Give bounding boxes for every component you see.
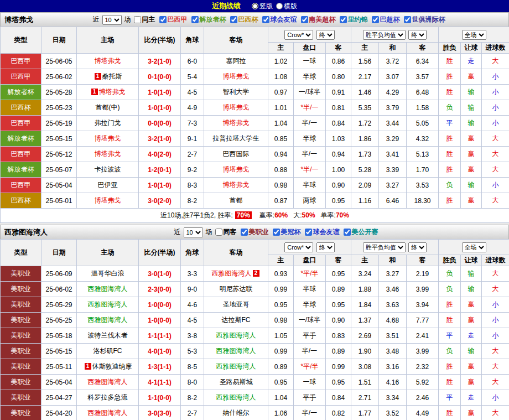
score-cell[interactable]: 3-2(1-0) xyxy=(139,131,181,147)
scope-select[interactable]: 全场 xyxy=(462,30,486,40)
away-team-cell[interactable]: 纳什维尔 xyxy=(204,406,268,420)
away-team-cell[interactable]: 圣路易斯城 xyxy=(204,375,268,390)
filter-checkbox-input[interactable] xyxy=(262,16,269,23)
layout-radio-vertical[interactable] xyxy=(252,3,258,9)
home-team-cell[interactable]: 博塔弗戈 xyxy=(77,131,139,147)
score-cell[interactable]: 2-3(0-0) xyxy=(139,282,181,297)
away-team-cell[interactable]: 西雅图海湾人 xyxy=(204,344,268,359)
filter-checkbox[interactable]: 巴西杯 xyxy=(230,15,258,24)
away-team-cell[interactable]: 西雅图海湾人2 xyxy=(204,266,268,282)
home-team-cell[interactable]: 1休斯敦迪纳摩 xyxy=(77,359,139,375)
score-cell[interactable]: 3-0(2-0) xyxy=(139,193,181,209)
filter-checkbox-input[interactable] xyxy=(215,229,222,236)
layout-radio-horizontal[interactable] xyxy=(276,3,283,9)
scope-select[interactable]: 全场 xyxy=(462,242,486,252)
away-team-cell[interactable]: 西雅图海湾人 xyxy=(204,328,268,344)
away-team-cell[interactable]: 西雅图海湾人 xyxy=(204,359,268,375)
score-cell[interactable]: 1-0(0-0) xyxy=(139,297,181,313)
away-team-cell[interactable]: 首都 xyxy=(204,193,268,209)
score-cell[interactable]: 4-0(1-0) xyxy=(139,344,181,359)
filter-checkbox-input[interactable] xyxy=(344,229,351,236)
match-count-select[interactable]: 10 xyxy=(102,15,122,25)
score-cell[interactable]: 1-1(0-0) xyxy=(139,390,181,406)
filter-checkbox[interactable]: 美冠杯 xyxy=(273,227,301,237)
filter-checkbox[interactable]: 巴西甲 xyxy=(159,15,188,24)
filter-checkbox[interactable]: 同主 xyxy=(134,15,155,24)
score-cell[interactable]: 1-0(1-0) xyxy=(139,178,181,193)
away-team-cell[interactable]: 博塔弗戈 xyxy=(204,100,268,116)
home-team-cell[interactable]: 西雅图海湾人 xyxy=(77,375,139,390)
home-team-cell[interactable]: 首都(中) xyxy=(77,100,139,116)
home-team-cell[interactable]: 博塔弗戈 xyxy=(77,147,139,162)
odds-company-select[interactable]: Crow* xyxy=(284,30,313,40)
away-team-cell[interactable]: 博塔弗戈 xyxy=(204,178,268,193)
filter-checkbox-input[interactable] xyxy=(191,16,199,23)
odds-stage-select[interactable]: 终 xyxy=(316,30,335,40)
away-team-cell[interactable]: 博塔弗戈 xyxy=(204,162,268,178)
away-team-cell[interactable]: 明尼苏达联 xyxy=(204,282,268,297)
score-cell[interactable]: 4-1(1-1) xyxy=(139,375,181,390)
odds-stage-select[interactable]: 终 xyxy=(316,242,335,252)
score-cell[interactable]: 1-3(1-1) xyxy=(139,359,181,375)
home-team-cell[interactable]: 弗拉门戈 xyxy=(77,116,139,131)
away-team-cell[interactable]: 博塔弗戈 xyxy=(204,116,268,131)
away-team-cell[interactable]: 拉普拉塔大学生 xyxy=(204,131,268,147)
filter-checkbox-input[interactable] xyxy=(134,16,141,23)
home-team-cell[interactable]: 博塔弗戈 xyxy=(77,193,139,209)
layout-option-vertical[interactable]: 竖版 xyxy=(252,2,273,11)
home-team-cell[interactable]: 1博塔弗戈 xyxy=(77,85,139,100)
score-cell[interactable]: 3-0(3-0) xyxy=(139,406,181,420)
home-team-cell[interactable]: 西雅图海湾人 xyxy=(77,282,139,297)
filter-checkbox-input[interactable] xyxy=(301,16,308,23)
match-count-select[interactable]: 10 xyxy=(184,227,203,237)
filter-checkbox[interactable]: 解放者杯 xyxy=(191,15,226,24)
home-team-cell[interactable]: 西雅图海湾人 xyxy=(77,313,139,328)
wdl-avg-select[interactable]: 胜平负均值 xyxy=(363,242,406,252)
wdl-avg-select[interactable]: 胜平负均值 xyxy=(363,30,406,40)
score-cell[interactable]: 1-1(1-1) xyxy=(139,328,181,344)
filter-checkbox-input[interactable] xyxy=(305,229,312,236)
wdl-stage-select[interactable]: 终 xyxy=(408,30,427,40)
home-team-cell[interactable]: 温哥华白浪 xyxy=(77,266,139,282)
filter-checkbox-input[interactable] xyxy=(273,229,280,236)
home-team-cell[interactable]: 波特兰伐木者 xyxy=(77,328,139,344)
score-cell[interactable]: 1-2(0-1) xyxy=(139,162,181,178)
score-cell[interactable]: 3-2(1-0) xyxy=(139,54,181,69)
home-team-cell[interactable]: 洛杉矶FC xyxy=(77,344,139,359)
layout-option-horizontal[interactable]: 横版 xyxy=(276,2,297,11)
home-team-cell[interactable]: 巴伊亚 xyxy=(77,178,139,193)
filter-checkbox[interactable]: 同客 xyxy=(215,227,237,237)
filter-checkbox-input[interactable] xyxy=(404,16,411,23)
score-cell[interactable]: 0-0(0-0) xyxy=(139,116,181,131)
home-team-cell[interactable]: 1桑托斯 xyxy=(77,69,139,85)
home-team-cell[interactable]: 西雅图海湾人 xyxy=(77,406,139,420)
home-team-cell[interactable]: 博塔弗戈 xyxy=(77,54,139,69)
filter-checkbox[interactable]: 球会友谊 xyxy=(305,227,340,237)
filter-checkbox-input[interactable] xyxy=(241,229,248,236)
score-cell[interactable]: 1-0(1-0) xyxy=(139,100,181,116)
filter-checkbox-input[interactable] xyxy=(230,16,237,23)
away-team-cell[interactable]: 巴西国际 xyxy=(204,147,268,162)
score-cell[interactable]: 3-0(1-0) xyxy=(139,266,181,282)
filter-checkbox-input[interactable] xyxy=(159,16,167,23)
away-team-cell[interactable]: 智利大学 xyxy=(204,85,268,100)
filter-checkbox-input[interactable] xyxy=(340,16,347,23)
away-team-cell[interactable]: 博塔弗戈 xyxy=(204,69,268,85)
filter-checkbox[interactable]: 世俱洲际杯 xyxy=(404,15,445,24)
filter-checkbox[interactable]: 里约锦 xyxy=(340,15,368,24)
filter-checkbox[interactable]: 南美超杯 xyxy=(301,15,336,24)
filter-checkbox[interactable]: 巴超杯 xyxy=(372,15,400,24)
away-team-cell[interactable]: 达拉斯FC xyxy=(204,313,268,328)
score-cell[interactable]: 1-0(1-0) xyxy=(139,85,181,100)
score-cell[interactable]: 1-0(0-0) xyxy=(139,313,181,328)
score-cell[interactable]: 4-0(2-0) xyxy=(139,147,181,162)
filter-checkbox[interactable]: 美公开赛 xyxy=(344,227,378,237)
filter-checkbox[interactable]: 美职业 xyxy=(241,227,269,237)
home-team-cell[interactable]: 卡拉波波 xyxy=(77,162,139,178)
home-team-cell[interactable]: 西雅图海湾人 xyxy=(77,297,139,313)
wdl-stage-select[interactable]: 终 xyxy=(408,242,427,252)
home-team-cell[interactable]: 科罗拉多急流 xyxy=(77,390,139,406)
filter-checkbox-input[interactable] xyxy=(372,16,379,23)
away-team-cell[interactable]: 西雅图海湾人 xyxy=(204,390,268,406)
score-cell[interactable]: 0-1(0-0) xyxy=(139,69,181,85)
